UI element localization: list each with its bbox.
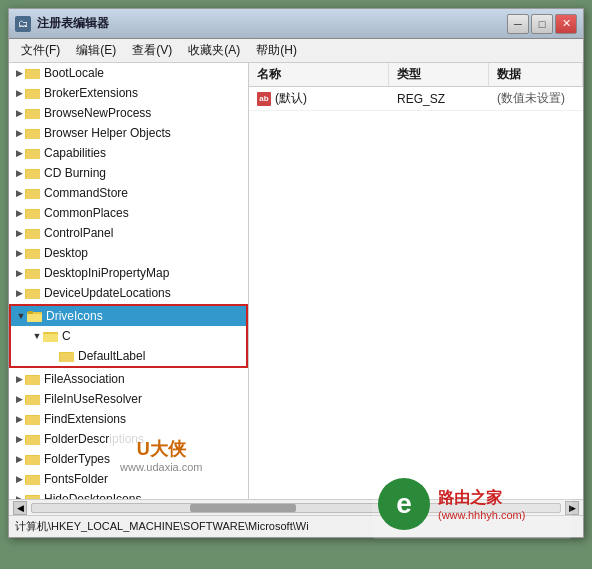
expand-arrow: ▼: [15, 310, 27, 322]
svg-rect-39: [26, 436, 40, 445]
folder-icon: [25, 266, 41, 280]
tree-label: DeviceUpdateLocations: [44, 286, 171, 300]
svg-rect-35: [26, 396, 40, 405]
tree-label: BrokerExtensions: [44, 86, 138, 100]
expand-arrow: ▶: [13, 67, 25, 79]
folder-icon: [25, 412, 41, 426]
folder-icon: [25, 66, 41, 80]
status-text: 计算机\HKEY_LOCAL_MACHINE\SOFTWARE\Microsof…: [15, 519, 309, 534]
folder-icon: [25, 226, 41, 240]
folder-icon: [25, 372, 41, 386]
tree-item-cdburning[interactable]: ▶ CD Burning: [9, 163, 248, 183]
tree-label: DesktopIniPropertyMap: [44, 266, 169, 280]
tree-label: Browser Helper Objects: [44, 126, 171, 140]
menu-favorites[interactable]: 收藏夹(A): [180, 40, 248, 61]
tree-item-commandstore[interactable]: ▶ CommandStore: [9, 183, 248, 203]
folder-icon: [25, 126, 41, 140]
app-icon: 🗂: [15, 16, 31, 32]
tree-item-browserhelperobjects[interactable]: ▶ Browser Helper Objects: [9, 123, 248, 143]
value-icon: ab: [257, 92, 271, 106]
tree-label: FontsFolder: [44, 472, 108, 486]
column-name: 名称: [249, 63, 389, 86]
folder-icon: [25, 392, 41, 406]
tree-item-driveicons[interactable]: ▼ DriveIcons: [11, 306, 246, 326]
right-pane-header: 名称 类型 数据: [249, 63, 583, 87]
watermark-udaxia-title: U大侠: [120, 437, 203, 461]
tree-item-desktop[interactable]: ▶ Desktop: [9, 243, 248, 263]
expand-arrow: ▶: [13, 453, 25, 465]
svg-rect-27: [27, 314, 42, 322]
tree-item-c[interactable]: ▼ C: [11, 326, 246, 346]
folder-icon: [25, 146, 41, 160]
tree-item-commonplaces[interactable]: ▶ CommonPlaces: [9, 203, 248, 223]
tree-item-controlpanel[interactable]: ▶ ControlPanel: [9, 223, 248, 243]
svg-rect-41: [26, 456, 40, 465]
expand-arrow: ▶: [13, 147, 25, 159]
expand-arrow: ▶: [13, 287, 25, 299]
folder-icon: [59, 349, 75, 363]
watermark-udaxia: U大侠 www.udaxia.com: [110, 431, 213, 479]
tree-item-browsenewprocess[interactable]: ▶ BrowseNewProcess: [9, 103, 248, 123]
value-name: (默认): [275, 90, 307, 107]
tree-item-fileassociation[interactable]: ▶ FileAssociation: [9, 369, 248, 389]
tree-label: FileAssociation: [44, 372, 125, 386]
menu-help[interactable]: 帮助(H): [248, 40, 305, 61]
svg-rect-45: [26, 496, 40, 499]
folder-icon: [25, 432, 41, 446]
expand-arrow: ▶: [13, 207, 25, 219]
tree-item-findextensions[interactable]: ▶ FindExtensions: [9, 409, 248, 429]
tree-item-hidedesktopicons[interactable]: ▶ HideDesktopIcons: [9, 489, 248, 499]
folder-icon: [25, 286, 41, 300]
tree-label: FileInUseResolver: [44, 392, 142, 406]
expand-arrow: ▶: [13, 187, 25, 199]
svg-rect-24: [26, 290, 40, 299]
tree-label: C: [62, 329, 71, 343]
expand-arrow: ▶: [13, 393, 25, 405]
expand-arrow: ▶: [13, 267, 25, 279]
watermark-hhhyh-name: 路由之家: [438, 488, 525, 509]
tree-item-deviceupdatelocations[interactable]: ▶ DeviceUpdateLocations: [9, 283, 248, 303]
svg-rect-14: [26, 190, 40, 199]
minimize-button[interactable]: ─: [507, 14, 529, 34]
folder-icon: [25, 166, 41, 180]
tree-item-bootlocale[interactable]: ▶ BootLocale: [9, 63, 248, 83]
tree-item-fileinuseresolver[interactable]: ▶ FileInUseResolver: [9, 389, 248, 409]
svg-rect-33: [26, 376, 40, 385]
tree-label: FolderTypes: [44, 452, 110, 466]
scroll-thumb[interactable]: [190, 504, 296, 512]
tree-label: CD Burning: [44, 166, 106, 180]
scroll-left-button[interactable]: ◀: [13, 501, 27, 515]
tree-item-brokerextensions[interactable]: ▶ BrokerExtensions: [9, 83, 248, 103]
tree-item-capabilities[interactable]: ▶ Capabilities: [9, 143, 248, 163]
folder-icon: [25, 106, 41, 120]
close-button[interactable]: ✕: [555, 14, 577, 34]
expand-arrow: ▶: [13, 373, 25, 385]
expand-arrow: ▶: [13, 247, 25, 259]
tree-label: BrowseNewProcess: [44, 106, 151, 120]
expand-arrow: ▶: [13, 127, 25, 139]
folder-icon: [25, 472, 41, 486]
svg-rect-2: [26, 70, 40, 79]
svg-rect-37: [26, 416, 40, 425]
tree-label: HideDesktopIcons: [44, 492, 141, 499]
svg-rect-29: [43, 334, 58, 342]
menu-edit[interactable]: 编辑(E): [68, 40, 124, 61]
value-name-cell: ab (默认): [249, 87, 389, 110]
expand-arrow: [47, 350, 59, 362]
folder-icon: [25, 452, 41, 466]
menu-bar: 文件(F) 编辑(E) 查看(V) 收藏夹(A) 帮助(H): [9, 39, 583, 63]
menu-view[interactable]: 查看(V): [124, 40, 180, 61]
maximize-button[interactable]: □: [531, 14, 553, 34]
folder-icon-open: [43, 329, 59, 343]
column-type: 类型: [389, 63, 489, 86]
folder-icon: [25, 186, 41, 200]
title-bar: 🗂 注册表编辑器 ─ □ ✕: [9, 9, 583, 39]
watermark-hhhyh-url: (www.hhhyh.com): [438, 509, 525, 521]
registry-value-row[interactable]: ab (默认) REG_SZ (数值未设置): [249, 87, 583, 111]
tree-item-desktopinipropertymap[interactable]: ▶ DesktopIniPropertyMap: [9, 263, 248, 283]
tree-label: DriveIcons: [46, 309, 103, 323]
main-content: ▶ BootLocale ▶ BrokerExtensions ▶: [9, 63, 583, 499]
svg-rect-10: [26, 150, 40, 159]
menu-file[interactable]: 文件(F): [13, 40, 68, 61]
tree-item-defaultlabel[interactable]: DefaultLabel: [11, 346, 246, 366]
